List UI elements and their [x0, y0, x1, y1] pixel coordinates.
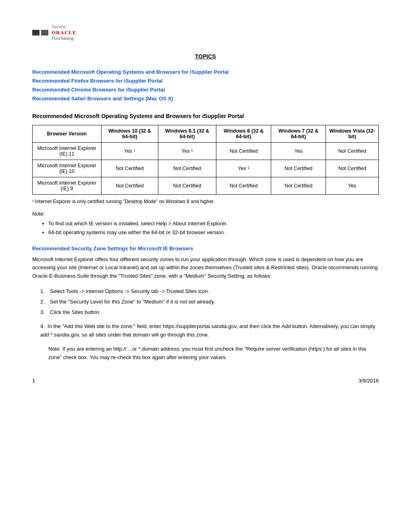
table-row: Microsoft Internet Explorer (IE) 11 Yes …	[33, 143, 379, 160]
col-winvista: Windows Vista (32-bit)	[326, 125, 379, 143]
ie9-winvista: Yes	[326, 177, 379, 195]
logo-purchasing-text: Purchasing	[52, 36, 77, 41]
ie10-label: Microsoft Internet Explorer (IE) 10	[33, 160, 102, 177]
indent-note: Note: If you are entering an http://... …	[32, 345, 379, 362]
security-body-text: Microsoft Internet Explorer offers four …	[32, 256, 379, 281]
browser-compatibility-table: Browser Version Windows 10 (32 & 64-bit)…	[32, 125, 379, 195]
ie9-win8: Not Certified	[216, 177, 271, 195]
ie11-win10: Yes ¹	[101, 143, 158, 160]
table-row: Microsoft Internet Explorer (IE) 9 Not C…	[33, 177, 379, 195]
note-item-1: To find out which IE version is installe…	[48, 219, 379, 228]
toc-link-3[interactable]: Recommended Chrome Browsers for iSupplie…	[32, 85, 379, 94]
toc-link-4[interactable]: Recommended Safari Browsers and Settings…	[32, 94, 379, 103]
section1-heading: Recommended Microsoft Operating Systems …	[32, 113, 379, 119]
col-win8: Windows 8 (32 & 64-bit)	[216, 125, 271, 143]
topics-title: TOPICS	[32, 53, 379, 60]
ie10-win81: Not Certified	[158, 160, 216, 177]
ie11-win8: Not Certified	[216, 143, 271, 160]
table-footnote: ¹ Internet Explorer is only certified ru…	[32, 199, 379, 204]
security-steps-list: 1. Select Tools -> Internet Options -> S…	[32, 287, 379, 317]
ie9-label: Microsoft Internet Explorer (IE) 9	[33, 177, 102, 195]
ie9-win10: Not Certified	[101, 177, 158, 195]
toc-link-2[interactable]: Recommended Firefox Browsers for iSuppli…	[32, 77, 379, 85]
logo-oracle-text: ORACLE	[52, 29, 77, 36]
ie10-win7: Not Certified	[271, 160, 326, 177]
logo-square-2	[41, 30, 48, 35]
notes-list: To find out which IE version is installe…	[32, 219, 379, 237]
ie10-win8: Yes ¹	[216, 160, 271, 177]
step-1: 1. Select Tools -> Internet Options -> S…	[40, 287, 379, 296]
col-win7: Windows 7 (32 & 64-bit)	[271, 125, 326, 143]
ie10-winvista: Not Certified	[326, 160, 379, 177]
table-row: Microsoft Internet Explorer (IE) 10 Not …	[33, 160, 379, 177]
col-win10: Windows 10 (32 & 64-bit)	[101, 125, 158, 143]
page-footer: 1 3/9/2016	[32, 378, 379, 384]
col-win81: Windows 8.1 (32 & 64-bit)	[158, 125, 216, 143]
notes-section: Note: To find out which IE version is in…	[32, 211, 379, 237]
page-number: 1	[32, 378, 35, 384]
step-3: 3. Click the Sites button.	[40, 308, 379, 317]
col-browser-version: Browser Version	[33, 125, 102, 143]
step-4: 4. In the "Add this Web site to the zone…	[32, 322, 379, 339]
logo-box: Sandia ORACLE Purchasing	[32, 24, 77, 41]
header-logo: Sandia ORACLE Purchasing	[32, 24, 379, 41]
note-item-2: 64-bit operating systems may use either …	[48, 228, 379, 237]
logo-sandia-text: Sandia	[52, 24, 77, 29]
ie11-win81: Yes ¹	[158, 143, 216, 160]
ie11-winvista: Not Certified	[326, 143, 379, 160]
toc-links: Recommended Microsoft Operating Systems …	[32, 68, 379, 103]
ie11-win7: Yes	[271, 143, 326, 160]
ie11-label: Microsoft Internet Explorer (IE) 11	[33, 143, 102, 160]
ie9-win7: Not Certified	[271, 177, 326, 195]
logo-square-1	[32, 30, 39, 35]
step-2: 2. Set the "Security Level for this Zone…	[40, 297, 379, 306]
ie10-win10: Not Certified	[101, 160, 158, 177]
ie9-win81: Not Certified	[158, 177, 216, 195]
footer-date: 3/9/2016	[358, 378, 379, 384]
note-label: Note:	[32, 211, 379, 217]
security-subheading: Recommended Security Zone Settings for M…	[32, 245, 379, 251]
toc-link-1[interactable]: Recommended Microsoft Operating Systems …	[32, 68, 379, 77]
